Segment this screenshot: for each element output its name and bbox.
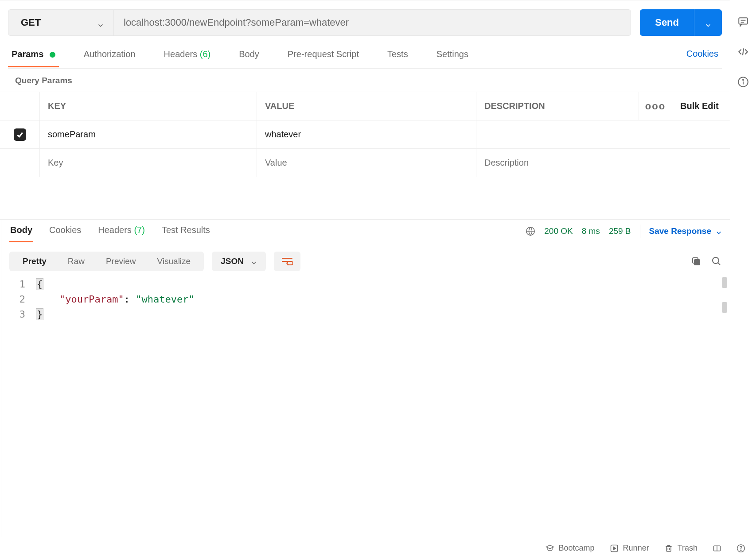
runner-icon [610,544,619,553]
headers-count: (6) [200,49,210,59]
chevron-down-icon [705,19,711,26]
json-key: "yourParam" [59,294,124,305]
header-cell-description: DESCRIPTION [476,92,639,120]
http-method-label: GET [21,17,41,28]
bootcamp-label: Bootcamp [559,543,595,553]
cookies-link[interactable]: Cookies [686,49,722,67]
http-method-select[interactable]: GET [8,10,114,35]
request-url-input[interactable] [114,10,631,35]
info-icon[interactable] [737,76,749,88]
bootcamp-button[interactable]: Bootcamp [546,543,595,553]
table-row [0,120,730,149]
splitter[interactable] [0,177,730,220]
response-tab-body[interactable]: Body [9,225,33,242]
response-tab-headers-label: Headers [98,225,132,235]
send-button-label: Send [640,17,694,28]
two-pane-icon [713,544,721,553]
trash-button[interactable]: Trash [664,543,698,553]
response-time: 8 ms [582,226,600,236]
new-param-value-input[interactable] [265,158,468,168]
chevron-down-icon [251,258,257,264]
bulk-edit-button[interactable]: Bulk Edit [672,92,730,120]
header-cell-checkbox [0,92,40,120]
response-tab-test-results[interactable]: Test Results [161,225,211,242]
save-response-button[interactable]: Save Response [649,226,722,236]
tab-pre-request-script[interactable]: Pre-request Script [284,49,362,67]
view-mode-raw[interactable]: Raw [57,254,95,269]
search-response-icon[interactable] [711,256,722,267]
column-options-button[interactable]: ooo [639,92,672,120]
param-enabled-checkbox[interactable] [14,128,26,141]
svg-rect-7 [739,18,748,24]
json-value: "whatever" [136,294,194,305]
view-mode-visualize[interactable]: Visualize [146,254,201,269]
two-pane-toggle[interactable] [713,544,721,553]
svg-rect-3 [694,260,700,265]
svg-marker-15 [613,547,616,550]
help-icon [737,544,745,553]
param-desc-input[interactable] [484,129,722,140]
json-brace-open: { [36,278,43,290]
send-button[interactable]: Send [640,9,722,36]
tab-params-label: Params [12,49,43,59]
scrollbar-thumb[interactable] [722,277,727,288]
svg-line-10 [743,48,744,55]
code-icon[interactable] [737,46,749,58]
response-body-editor[interactable]: 1 { 2 "yourParam": "whatever" 3 } [1,275,730,559]
tab-params[interactable]: Params [8,49,59,67]
table-row-new [0,149,730,177]
send-options-arrow[interactable] [694,9,722,36]
network-icon[interactable] [526,226,535,236]
chevron-down-icon [97,19,104,26]
view-mode-preview[interactable]: Preview [95,254,147,269]
tab-settings[interactable]: Settings [433,49,472,67]
unsaved-indicator-icon [50,52,55,58]
trash-icon [664,544,673,553]
chevron-down-icon [716,228,722,234]
line-number: 3 [9,309,36,320]
new-param-desc-input[interactable] [484,158,722,168]
table-header-row: KEY VALUE DESCRIPTION ooo Bulk Edit [0,92,730,120]
tab-tests[interactable]: Tests [384,49,412,67]
response-headers-count: (7) [134,225,144,235]
json-brace-close: } [36,308,43,320]
param-key-input[interactable] [48,129,249,140]
bootcamp-icon [546,544,554,553]
svg-point-22 [740,550,741,551]
scrollbar-thumb[interactable] [722,302,727,313]
tab-headers-label: Headers [164,49,198,59]
comments-icon[interactable] [737,16,749,27]
copy-response-icon[interactable] [691,256,701,267]
response-tab-headers[interactable]: Headers (7) [97,225,146,242]
header-cell-value: VALUE [257,92,476,120]
tab-authorization[interactable]: Authorization [80,49,139,67]
query-params-title: Query Params [15,76,730,85]
line-number: 2 [9,294,36,305]
new-row-checkbox-cell [0,149,40,177]
tab-headers[interactable]: Headers (6) [160,49,214,67]
response-type-select[interactable]: JSON [212,252,266,271]
response-size: 259 B [609,226,631,236]
view-mode-pretty[interactable]: Pretty [12,254,57,269]
response-type-label: JSON [221,256,244,266]
svg-point-13 [743,79,744,80]
runner-button[interactable]: Runner [610,543,649,553]
divider [640,225,640,238]
help-button[interactable] [737,544,745,553]
status-code: 200 OK [544,226,573,236]
svg-point-5 [713,257,719,264]
svg-line-6 [718,263,720,265]
save-response-label: Save Response [649,226,711,236]
response-tab-cookies[interactable]: Cookies [48,225,82,242]
param-value-input[interactable] [265,129,468,140]
trash-label: Trash [678,543,698,553]
query-params-table: KEY VALUE DESCRIPTION ooo Bulk Edit [0,92,730,177]
runner-label: Runner [623,543,649,553]
tab-body[interactable]: Body [235,49,263,67]
line-wrap-toggle[interactable] [274,252,300,271]
line-number: 1 [9,279,36,290]
header-cell-key: KEY [40,92,257,120]
svg-rect-16 [666,546,671,551]
new-param-key-input[interactable] [48,158,249,168]
